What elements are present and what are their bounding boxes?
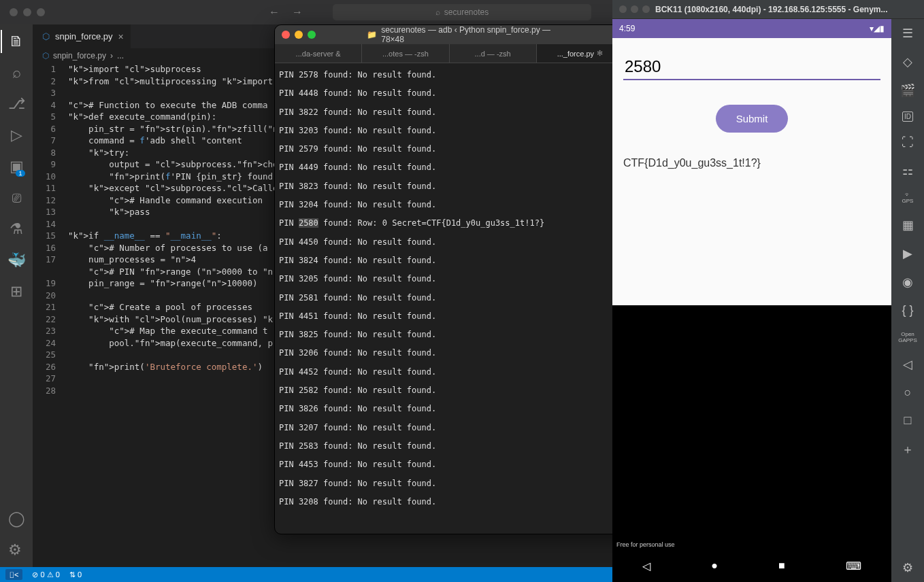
settings-gear-icon[interactable]: ⚙ [8, 541, 25, 559]
terminal-tab[interactable]: ..._force.py✻ [537, 44, 624, 63]
terminal-line: PIN 2580 found: Row: 0 Secret=CTF{D1d_y0… [279, 214, 639, 233]
emu-maximize[interactable] [642, 5, 650, 13]
watermark: Free for personal use [612, 540, 891, 549]
terminal-line: PIN 2583 found: No result found. [279, 437, 639, 456]
video-icon[interactable]: ▶ [903, 246, 912, 261]
breadcrumb-file: snpin_force.py [53, 51, 106, 61]
other-icon[interactable]: ⊞ [10, 283, 22, 301]
folder-icon: 📁 [367, 30, 377, 39]
search-icon: ⌕ [435, 7, 440, 17]
close-tab-icon[interactable]: × [118, 31, 124, 42]
ports-count[interactable]: ⇅ 0 [69, 570, 82, 579]
clapperboard-icon[interactable]: 🎬 [900, 83, 915, 98]
rotate-icon[interactable]: ◇ [903, 54, 912, 69]
nav-back-icon[interactable]: ◁ [642, 560, 650, 572]
terminal-line: PIN 2578 found: No result found. [279, 66, 639, 84]
docker-icon[interactable]: 🐳 [7, 252, 26, 269]
wifi-icon[interactable]: ⚏ [902, 163, 913, 178]
back-icon[interactable]: ◁ [903, 357, 912, 372]
breadcrumb-more: ... [117, 51, 124, 61]
add-icon[interactable]: ＋ [902, 441, 914, 458]
terminal-line: PIN 3826 found: No result found. [279, 400, 639, 418]
terminal-tab[interactable]: ...d — -zsh [450, 44, 537, 63]
gear-icon[interactable]: ⚙ [902, 560, 913, 575]
editor-tab[interactable]: ⬡ snpin_force.py × [33, 24, 131, 48]
status-icons: ▾◢▮ [870, 24, 885, 33]
terminal-line: PIN 3205 found: No result found. [279, 270, 639, 288]
nav-forward-icon[interactable]: → [292, 6, 303, 18]
emu-minimize[interactable] [631, 5, 638, 13]
maximize-window[interactable] [37, 8, 45, 16]
android-statusbar: 4:59 ▾◢▮ [612, 19, 891, 38]
recent-icon[interactable]: □ [904, 413, 912, 428]
nav-keyboard-icon[interactable]: ⌨ [846, 560, 861, 572]
activity-bar: 🗎 ⌕ ⎇ ▷ ▣1 ⎚ ⚗ 🐳 ⊞ ◯ ⚙ [0, 24, 33, 567]
nav-recent-icon[interactable]: ■ [778, 560, 785, 572]
python-file-icon: ⬡ [42, 51, 49, 61]
term-maximize[interactable] [308, 31, 316, 39]
home-icon[interactable]: ○ [904, 386, 912, 400]
remote-icon[interactable]: ⎚ [12, 189, 21, 207]
terminal-line: PIN 3825 found: No result found. [279, 326, 639, 344]
search-placeholder: securenotes [444, 7, 489, 17]
terminal-line: PIN 3822 found: No result found. [279, 103, 639, 122]
terminal-output[interactable]: PIN 2578 found: No result found.PIN 4448… [275, 63, 643, 534]
run-debug-icon[interactable]: ▷ [11, 126, 22, 144]
terminal-title: securenotes — adb ‹ Python snpin_force.p… [381, 25, 551, 44]
terminal-line: PIN 4449 found: No result found. [279, 158, 639, 177]
sim-icon[interactable]: ▦ [902, 218, 914, 233]
terminal-line: PIN 4452 found: No result found. [279, 363, 639, 381]
testing-icon[interactable]: ⚗ [10, 220, 23, 238]
remote-button[interactable]: ⌷< [5, 569, 22, 580]
id-icon[interactable]: ID [902, 112, 913, 122]
terminal-line: PIN 3207 found: No result found. [279, 419, 639, 437]
close-window[interactable] [10, 8, 18, 16]
terminal-line: PIN 2582 found: No result found. [279, 381, 639, 400]
terminal-line: PIN 4448 found: No result found. [279, 84, 639, 103]
chevron-right-icon: › [110, 51, 113, 61]
pin-input[interactable] [623, 54, 880, 80]
terminal-window: 📁 securenotes — adb ‹ Python snpin_force… [274, 24, 644, 534]
explorer-icon[interactable]: 🗎 [9, 33, 24, 50]
terminal-line: PIN 2579 found: No result found. [279, 140, 639, 158]
emu-close[interactable] [619, 5, 627, 13]
terminal-line: PIN 4451 found: No result found. [279, 307, 639, 326]
terminal-line: PIN 3206 found: No result found. [279, 344, 639, 362]
tab-label: snpin_force.py [55, 31, 113, 41]
search-icon[interactable]: ⌕ [12, 64, 21, 82]
command-center[interactable]: ⌕ securenotes [333, 4, 591, 20]
terminal-line: PIN 3203 found: No result found. [279, 122, 639, 140]
terminal-line: PIN 3827 found: No result found. [279, 475, 639, 493]
nav-back-icon[interactable]: ← [269, 6, 280, 18]
gps-icon[interactable]: ᯤGPS [902, 192, 914, 204]
python-file-icon: ⬡ [42, 31, 50, 41]
term-minimize[interactable] [295, 31, 303, 39]
terminal-line: PIN 3204 found: No result found. [279, 196, 639, 214]
terminal-line: PIN 3208 found: No result found. [279, 493, 639, 511]
android-navbar: ◁ ● ■ ⌨ [612, 549, 891, 582]
errors-count[interactable]: ⊘ 0 ⚠ 0 [32, 570, 59, 579]
source-control-icon[interactable]: ⎇ [8, 95, 25, 113]
device-screen[interactable]: 4:59 ▾◢▮ Submit CTF{D1d_y0u_gu3ss_1t!1?}… [612, 19, 891, 582]
extensions-icon[interactable]: ▣1 [10, 158, 24, 175]
emulator-titlebar[interactable]: BCK11 (1080x2160, 440dpi) - 192.168.56.1… [612, 0, 924, 19]
clock: 4:59 [619, 24, 635, 33]
fingerprint-icon[interactable]: ◉ [902, 275, 913, 290]
nav-home-icon[interactable]: ● [711, 560, 718, 572]
submit-button[interactable]: Submit [716, 105, 789, 133]
emulator-title: BCK11 (1080x2160, 440dpi) - 192.168.56.1… [655, 5, 888, 14]
expand-icon[interactable]: ⛶ [902, 135, 914, 150]
terminal-titlebar[interactable]: 📁 securenotes — adb ‹ Python snpin_force… [275, 25, 643, 44]
accounts-icon[interactable]: ◯ [8, 510, 25, 528]
terminal-tab[interactable]: ...otes — -zsh [362, 44, 449, 63]
term-close[interactable] [282, 31, 290, 39]
terminal-line: PIN 3824 found: No result found. [279, 252, 639, 270]
app-content: Submit CTF{D1d_y0u_gu3ss_1t!1?} [612, 38, 891, 305]
emulator-window: BCK11 (1080x2160, 440dpi) - 192.168.56.1… [612, 0, 924, 582]
result-text: CTF{D1d_y0u_gu3ss_1t!1?} [623, 157, 880, 169]
menu-icon[interactable]: ☰ [902, 26, 913, 41]
terminal-tab[interactable]: ...da-server & [275, 44, 362, 63]
braces-icon[interactable]: { } [902, 303, 913, 318]
opengapps-icon[interactable]: OpenGAPPS [898, 331, 917, 343]
minimize-window[interactable] [23, 8, 31, 16]
